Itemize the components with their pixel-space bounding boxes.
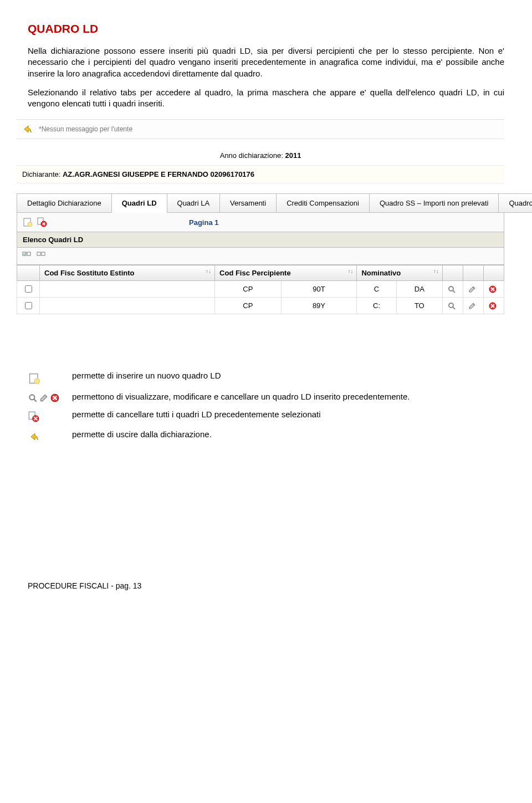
tab-quadri-ld[interactable]: Quadri LD xyxy=(111,193,167,213)
screenshot-region: *Nessun messaggio per l'utente Anno dich… xyxy=(17,119,504,314)
svg-line-9 xyxy=(453,290,455,293)
cell-sostituto xyxy=(40,281,215,298)
edit-icon xyxy=(39,393,49,403)
year-row: Anno dichiarazione: 2011 xyxy=(17,139,504,166)
year-value: 2011 xyxy=(285,151,301,160)
cell-nom-a: C: xyxy=(357,298,396,314)
section-elenco: Elenco Quadri LD xyxy=(17,232,504,248)
paragraph-1: Nella dichiarazione possono essere inser… xyxy=(28,45,504,79)
col-checkbox xyxy=(17,265,40,281)
view-icon xyxy=(28,393,38,403)
tab-quadro-sy[interactable]: Quadro SY xyxy=(498,193,532,213)
legend-row-actions: permettono di visualizzare, modificare e… xyxy=(28,392,504,403)
cell-cp: CP xyxy=(215,281,282,298)
message-text: *Nessun messaggio per l'utente xyxy=(39,125,132,133)
page-title: QUADRO LD xyxy=(28,22,504,35)
cell-nom-b: TO xyxy=(396,298,442,314)
legend-row-delete-all: permette di cancellare tutti i quadri LD… xyxy=(28,410,504,423)
legend-row-exit: permette di uscire dalla dichiarazione. xyxy=(28,429,504,443)
col-percipiente[interactable]: Cod Fisc Percipiente↑↓ xyxy=(215,265,357,281)
delete-selected-icon[interactable] xyxy=(36,216,48,228)
legend-delete-all-text: permette di cancellare tutti i quadri LD… xyxy=(72,410,321,419)
dich-value: AZ.AGR.AGNESI GIUSEPPE E FERNANDO 020961… xyxy=(63,170,254,178)
svg-point-16 xyxy=(29,395,34,400)
legend-actions-text: permettono di visualizzare, modificare e… xyxy=(72,392,410,401)
select-all-icon[interactable] xyxy=(21,250,33,262)
row-checkbox[interactable] xyxy=(25,285,32,293)
deselect-all-icon[interactable] xyxy=(35,250,47,262)
col-sostituto[interactable]: Cod Fisc Sostituto Estinto↑↓ xyxy=(40,265,215,281)
cell-cf: 90T xyxy=(281,281,357,298)
tab-dettaglio[interactable]: Dettaglio Dichiarazione xyxy=(17,193,112,213)
page-indicator: Pagina 1 xyxy=(189,218,218,227)
view-icon[interactable] xyxy=(447,301,458,310)
back-icon xyxy=(28,431,40,443)
small-toolbar xyxy=(17,248,504,265)
new-icon[interactable] xyxy=(22,216,34,228)
svg-line-17 xyxy=(34,400,37,402)
col-nominativo[interactable]: Nominativo↑↓ xyxy=(357,265,443,281)
quadri-table: Cod Fisc Sostituto Estinto↑↓ Cod Fisc Pe… xyxy=(17,265,504,314)
delete-icon[interactable] xyxy=(488,285,499,294)
cell-nom-b: DA xyxy=(396,281,442,298)
tab-crediti[interactable]: Crediti Compensazioni xyxy=(276,193,370,213)
svg-rect-6 xyxy=(37,252,40,255)
row-checkbox[interactable] xyxy=(25,302,32,309)
sort-icon[interactable]: ↑↓ xyxy=(206,268,211,274)
tab-versamenti[interactable]: Versamenti xyxy=(219,193,277,213)
cell-sostituto xyxy=(40,298,215,314)
delete-icon[interactable] xyxy=(488,301,499,310)
tab-quadri-la[interactable]: Quadri LA xyxy=(167,193,221,213)
svg-point-8 xyxy=(449,287,453,291)
svg-point-1 xyxy=(28,222,32,227)
paragraph-2: Selezionando il relativo tabs per accede… xyxy=(28,87,504,110)
svg-rect-7 xyxy=(42,252,45,255)
sort-icon[interactable]: ↑↓ xyxy=(433,268,439,274)
new-icon xyxy=(28,372,41,385)
svg-point-11 xyxy=(449,303,453,308)
dichiarante-row: Dichiarante: AZ.AGR.AGNESI GIUSEPPE E FE… xyxy=(17,166,504,183)
legend-new-text: permette di inserire un nuovo quadro LD xyxy=(72,371,221,380)
tab-quadro-ss[interactable]: Quadro SS – Importi non prelevati xyxy=(369,193,499,213)
edit-icon[interactable] xyxy=(468,301,479,310)
legend-exit-text: permette di uscire dalla dichiarazione. xyxy=(72,429,212,439)
cell-cp: CP xyxy=(215,298,282,314)
table-row: CP 89Y C: TO xyxy=(17,298,504,314)
view-icon[interactable] xyxy=(447,285,458,294)
back-icon[interactable] xyxy=(21,123,33,135)
year-label: Anno dichiarazione: xyxy=(220,151,285,160)
page-footer: PROCEDURE FISCALI - pag. 13 xyxy=(28,581,504,590)
legend-row-new: permette di inserire un nuovo quadro LD xyxy=(28,371,504,385)
delete-icon xyxy=(50,393,60,403)
message-bar: *Nessun messaggio per l'utente xyxy=(17,119,504,139)
tab-strip: Dettaglio Dichiarazione Quadri LD Quadri… xyxy=(17,193,504,213)
table-row: CP 90T C DA xyxy=(17,281,504,298)
toolbar: Pagina 1 xyxy=(17,213,504,232)
edit-icon[interactable] xyxy=(468,285,479,294)
svg-line-12 xyxy=(453,307,455,309)
svg-point-15 xyxy=(34,379,40,384)
svg-rect-5 xyxy=(27,252,30,255)
sort-icon[interactable]: ↑↓ xyxy=(347,268,353,274)
cell-cf: 89Y xyxy=(281,298,357,314)
cell-nom-a: C xyxy=(357,281,396,298)
delete-selected-icon xyxy=(28,411,40,423)
dich-label: Dichiarante: xyxy=(22,170,63,178)
